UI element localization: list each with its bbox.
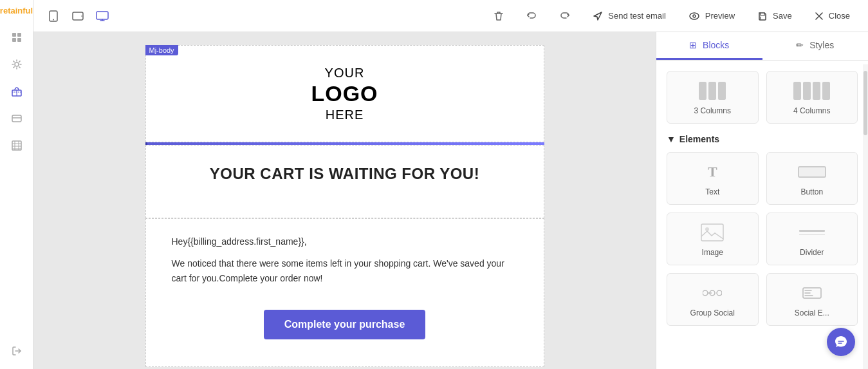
button-label: Button [772, 187, 853, 196]
block-social-e[interactable]: Social E... [766, 273, 858, 326]
svg-rect-6 [12, 115, 21, 122]
social-e-icon [772, 281, 853, 305]
panel-content: 3 Columns 4 Columns ▼ Elements [656, 61, 868, 369]
top-bar: Send test email Preview Save Close [33, 0, 868, 32]
text-icon: T [672, 160, 753, 184]
svg-point-4 [15, 62, 19, 66]
svg-rect-12 [97, 12, 108, 19]
brand-name-part1: retain [0, 6, 23, 15]
svg-point-13 [690, 13, 699, 19]
desktop-device-button[interactable] [93, 6, 112, 26]
cta-button[interactable]: Complete your purchase [264, 310, 426, 339]
sidebar-item-settings[interactable] [5, 53, 28, 76]
sidebar-item-table[interactable] [5, 134, 28, 157]
elements-chevron-icon: ▼ [667, 134, 676, 144]
block-divider[interactable]: Divider [766, 213, 858, 265]
save-label: Save [773, 11, 792, 21]
preview-button[interactable]: Preview [681, 7, 743, 24]
cart-title: YOUR CART IS WAITING FOR YOU! [172, 165, 518, 183]
undo-button[interactable] [519, 8, 544, 24]
logo-line2: LOGO [159, 80, 531, 107]
3-columns-label: 3 Columns [672, 106, 753, 115]
divider-icon [772, 221, 853, 244]
main-canvas-area: Mj-body YOUR LOGO HERE YOUR CART IS WAIT… [33, 32, 656, 369]
block-image[interactable]: Image [667, 213, 759, 265]
panel-tabs: ⊞ Blocks ✏ Styles [656, 32, 868, 61]
brand-name-part2: ful [23, 6, 33, 15]
4-columns-icon [772, 79, 853, 102]
image-label: Image [672, 248, 753, 257]
email-canvas[interactable]: Mj-body YOUR LOGO HERE YOUR CART IS WAIT… [145, 45, 544, 367]
image-icon [672, 221, 753, 244]
group-social-label: Group Social [672, 308, 753, 317]
tablet-device-button[interactable] [68, 6, 88, 26]
save-button[interactable]: Save [750, 7, 800, 24]
svg-point-9 [53, 19, 54, 20]
logo-text: YOUR LOGO HERE [159, 65, 531, 122]
4-columns-label: 4 Columns [772, 106, 853, 115]
brand-logo: retainful [0, 6, 35, 15]
svg-point-14 [693, 15, 696, 17]
styles-tab-label: Styles [809, 40, 834, 50]
block-group-social[interactable]: Group Social [667, 273, 759, 326]
logo-line3: HERE [159, 107, 531, 122]
panel-scrollbar [863, 64, 868, 369]
svg-rect-3 [17, 38, 21, 42]
preview-label: Preview [705, 11, 735, 21]
elements-grid: T Text Button Ima [667, 152, 858, 326]
redo-button[interactable] [552, 8, 578, 24]
delete-button[interactable] [486, 7, 511, 25]
social-e-label: Social E... [772, 308, 853, 317]
button-icon [772, 160, 853, 184]
svg-point-18 [703, 290, 708, 296]
send-test-email-button[interactable]: Send test email [586, 7, 674, 24]
divider-label: Divider [772, 248, 853, 257]
svg-rect-0 [12, 33, 16, 37]
left-sidebar: retainful [0, 0, 33, 369]
svg-point-19 [717, 290, 722, 296]
elements-section-label: Elements [679, 134, 719, 144]
tab-blocks[interactable]: ⊞ Blocks [656, 32, 762, 60]
tab-styles[interactable]: ✏ Styles [762, 32, 869, 60]
scrollbar-thumb[interactable] [863, 71, 867, 135]
toolbar-actions: Send test email Preview Save Close [486, 7, 858, 25]
message-section[interactable]: Hey{{billing_address.first_name}}, We no… [145, 218, 544, 367]
blocks-grid: 3 Columns 4 Columns [667, 71, 858, 124]
blocks-tab-icon: ⊞ [689, 40, 697, 50]
svg-rect-1 [17, 33, 21, 37]
svg-point-11 [81, 15, 82, 17]
block-4-columns[interactable]: 4 Columns [766, 71, 858, 124]
block-text[interactable]: T Text [667, 152, 759, 205]
close-label: Close [829, 11, 850, 21]
mobile-device-button[interactable] [44, 6, 63, 26]
styles-tab-icon: ✏ [796, 40, 804, 50]
sidebar-item-grid[interactable] [5, 26, 28, 49]
chat-bubble-button[interactable] [827, 328, 855, 356]
sidebar-item-logout[interactable] [5, 339, 28, 363]
blocks-tab-label: Blocks [703, 40, 729, 50]
block-3-columns[interactable]: 3 Columns [667, 71, 759, 124]
email-logo-section[interactable]: YOUR LOGO HERE [145, 45, 544, 142]
message-greeting: Hey{{billing_address.first_name}}, [172, 234, 518, 249]
cart-waiting-section[interactable]: YOUR CART IS WAITING FOR YOU! [145, 145, 544, 218]
block-button[interactable]: Button [766, 152, 858, 205]
svg-rect-15 [701, 224, 723, 241]
elements-section-header[interactable]: ▼ Elements [667, 134, 858, 144]
sidebar-item-gift[interactable] [5, 80, 28, 103]
right-panel: ⊞ Blocks ✏ Styles 3 Columns [656, 32, 868, 369]
close-button[interactable]: Close [808, 7, 858, 24]
text-label: Text [672, 187, 753, 196]
3-columns-icon [672, 79, 753, 102]
svg-rect-2 [12, 38, 16, 42]
sidebar-item-card[interactable] [5, 107, 28, 130]
message-body: We noticed that there were some items le… [172, 256, 518, 285]
mj-body-tag: Mj-body [145, 45, 178, 55]
device-switcher [44, 6, 112, 26]
logo-line1: YOUR [159, 65, 531, 80]
send-test-email-label: Send test email [608, 11, 666, 21]
group-social-icon [672, 281, 753, 305]
